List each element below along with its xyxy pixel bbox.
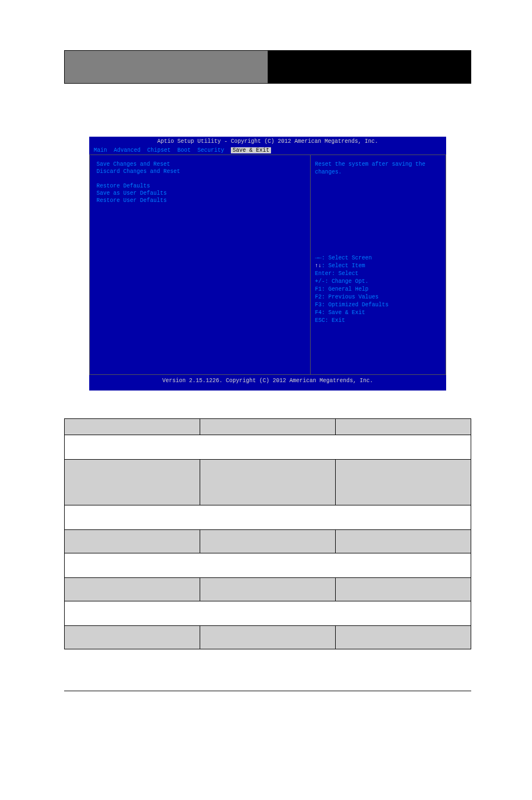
bios-key-item: ↑↓: Select Item	[315, 262, 441, 270]
bios-key-esc: ESC: Exit	[315, 317, 441, 325]
bios-item-discard-reset: Discard Changes and Reset	[96, 168, 303, 175]
table-cell	[200, 530, 336, 553]
table-cell-span	[65, 601, 471, 626]
table-cell	[200, 460, 336, 505]
bios-item-restore-user-defaults: Restore User Defaults	[96, 197, 303, 204]
table-cell	[336, 530, 471, 553]
bios-menu-bar: Main Advanced Chipset Boot Security Save…	[89, 146, 446, 155]
bios-menu-main: Main	[94, 147, 107, 153]
table-row	[65, 460, 471, 505]
bios-right-panel: Reset the system after saving the change…	[311, 155, 446, 375]
bios-menu-advanced: Advanced	[114, 147, 141, 153]
bios-key-enter: Enter: Select	[315, 270, 441, 278]
bios-key-f3: F3: Optimized Defaults	[315, 301, 441, 309]
table-cell	[200, 578, 336, 601]
bios-body: Save Changes and Reset Discard Changes a…	[89, 155, 446, 375]
bios-left-panel: Save Changes and Reset Discard Changes a…	[89, 155, 311, 375]
table-cell	[336, 626, 471, 649]
bios-title: Aptio Setup Utility - Copyright (C) 2012…	[89, 137, 446, 146]
bios-item-save-user-defaults: Save as User Defaults	[96, 190, 303, 197]
table-row	[65, 553, 471, 578]
bios-key-f4: F4: Save & Exit	[315, 309, 441, 317]
table-header-2	[200, 419, 336, 435]
bios-footer: Version 2.15.1226. Copyright (C) 2012 Am…	[89, 375, 446, 385]
bios-key-f2: F2: Previous Values	[315, 293, 441, 301]
table-row	[65, 530, 471, 553]
options-table	[64, 418, 471, 649]
page-footer-line	[64, 691, 471, 691]
bios-keys-help: →←: Select Screen ↑↓: Select Item Enter:…	[315, 254, 441, 325]
table-header-row	[65, 419, 471, 435]
page-header	[64, 50, 471, 84]
bios-key-f1: F1: General Help	[315, 286, 441, 293]
bios-help-text: Reset the system after saving the change…	[315, 161, 441, 176]
bios-key-change: +/-: Change Opt.	[315, 278, 441, 286]
table-row	[65, 601, 471, 626]
table-cell	[200, 626, 336, 649]
header-left-cell	[64, 50, 268, 84]
table-row	[65, 578, 471, 601]
table-row	[65, 626, 471, 649]
bios-menu-boot: Boot	[177, 147, 191, 153]
bios-menu-save-exit: Save & Exit	[231, 147, 271, 153]
bios-item-blank	[96, 175, 303, 182]
bios-menu-security: Security	[197, 147, 224, 153]
bios-key-screen: →←: Select Screen	[315, 254, 441, 262]
table-cell-span	[65, 435, 471, 460]
table-cell	[65, 460, 200, 505]
table-cell	[65, 626, 200, 649]
table-cell	[336, 578, 471, 601]
bios-item-restore-defaults: Restore Defaults	[96, 182, 303, 190]
table-cell-span	[65, 505, 471, 530]
bios-screenshot: Aptio Setup Utility - Copyright (C) 2012…	[89, 137, 446, 391]
table-cell	[65, 578, 200, 601]
table-row	[65, 505, 471, 530]
table-header-3	[336, 419, 471, 435]
table-cell	[336, 460, 471, 505]
table-row	[65, 435, 471, 460]
table-cell	[65, 530, 200, 553]
bios-item-save-reset: Save Changes and Reset	[96, 161, 303, 168]
table-header-1	[65, 419, 200, 435]
table-cell-span	[65, 553, 471, 578]
bios-menu-chipset: Chipset	[147, 147, 171, 153]
header-right-cell	[268, 50, 471, 84]
